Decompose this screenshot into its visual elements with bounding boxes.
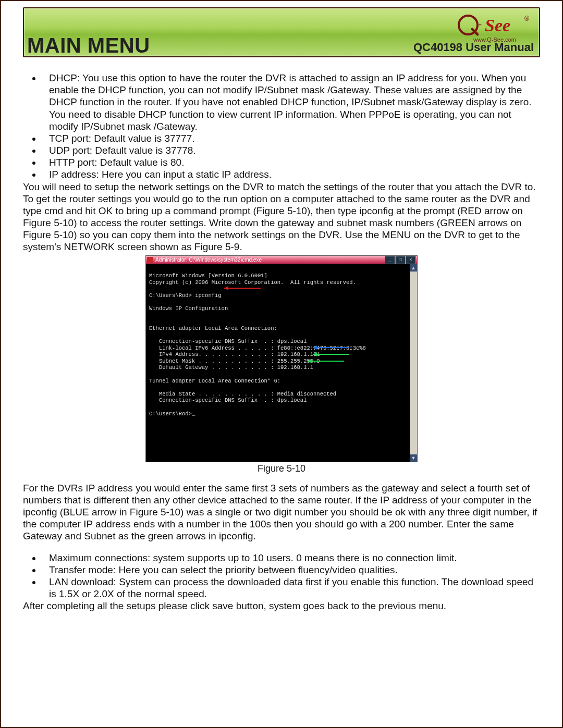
close-icon[interactable]: ×: [406, 256, 416, 264]
list-item: Maximum connections: system supports up …: [42, 552, 540, 564]
cmd-window: Administrator: C:\Windows\system32\cmd.e…: [145, 255, 418, 462]
cmd-line: Connection-specific DNS Suffix . : dps.l…: [149, 397, 307, 403]
cmd-line: IPv4 Address. . . . . . . . . . . : 192.…: [149, 351, 320, 357]
scrollbar[interactable]: ▲ ▼: [410, 264, 417, 462]
list-item: IP address: Here you can input a static …: [42, 168, 540, 180]
list-item: TCP port: Default value is 37777.: [42, 132, 540, 144]
maximize-icon[interactable]: □: [395, 256, 406, 264]
svg-text:-: -: [479, 19, 482, 29]
logo-url: www.Q-See.com: [456, 36, 534, 43]
figure-caption: Figure 5-10: [23, 463, 540, 475]
red-arrow-icon: [224, 286, 266, 291]
cmd-line: C:\Users\Rod>_: [149, 411, 195, 417]
cmd-titlebar: Administrator: C:\Windows\system32\cmd.e…: [146, 256, 417, 264]
cmd-line: Tunnel adapter Local Area Connection* 6:: [149, 378, 280, 384]
cmd-line: Connection-specific DNS Suffix . : dps.l…: [149, 338, 307, 344]
paragraph-1: You will need to setup the network setti…: [23, 181, 540, 253]
bullet-list-2: Maximum connections: system supports up …: [42, 552, 540, 600]
header-banner: - See ® www.Q-See.com MAIN MENU QC40198 …: [23, 7, 540, 57]
logo-text: See: [485, 16, 510, 35]
cmd-title-text: Administrator: C:\Windows\system32\cmd.e…: [155, 256, 385, 264]
list-item: Transfer mode: Here you can select the p…: [42, 564, 540, 576]
list-item: DHCP: You use this option to have the ro…: [42, 72, 540, 132]
qsee-logo-icon: - See ®: [456, 11, 534, 39]
cmd-icon: [147, 257, 153, 263]
cmd-line: Default Gateway . . . . . . . . . : 192.…: [149, 364, 313, 371]
scroll-up-icon[interactable]: ▲: [410, 264, 417, 272]
scroll-down-icon[interactable]: ▼: [410, 454, 417, 462]
cmd-line: Link-local IPv6 Address . . . . . : fe80…: [149, 345, 366, 351]
paragraph-2: For the DVRs IP address you would enter …: [23, 482, 540, 542]
body-content: DHCP: You use this option to have the ro…: [23, 72, 540, 612]
list-item: LAN download: System can process the dow…: [42, 576, 540, 600]
brand-logo: - See ® www.Q-See.com: [456, 11, 534, 43]
svg-text:®: ®: [524, 15, 529, 22]
svg-marker-4: [224, 286, 228, 290]
cmd-line: Subnet Mask . . . . . . . . . . . : 255.…: [149, 358, 320, 364]
cmd-body: Microsoft Windows [Version 6.0.6001] Cop…: [146, 264, 417, 462]
cmd-line: Media State . . . . . . . . . . . : Medi…: [149, 391, 336, 397]
cmd-line: C:\Users\Rod> ipconfig: [149, 292, 222, 299]
cmd-line: Ethernet adapter Local Area Connection:: [149, 325, 277, 331]
paragraph-3: After completing all the setups please c…: [23, 600, 540, 612]
minimize-icon[interactable]: _: [385, 256, 395, 264]
cmd-line: Copyright (c) 2006 Microsoft Corporation…: [149, 279, 356, 286]
cmd-line: Windows IP Configuration: [149, 305, 228, 312]
list-item: HTTP port: Default value is 80.: [42, 156, 540, 168]
page-title: MAIN MENU: [27, 34, 150, 57]
list-item: UDP port: Default value is 37778.: [42, 144, 540, 156]
cmd-line: Microsoft Windows [Version 6.0.6001]: [149, 273, 267, 279]
bullet-list-1: DHCP: You use this option to have the ro…: [42, 72, 540, 181]
